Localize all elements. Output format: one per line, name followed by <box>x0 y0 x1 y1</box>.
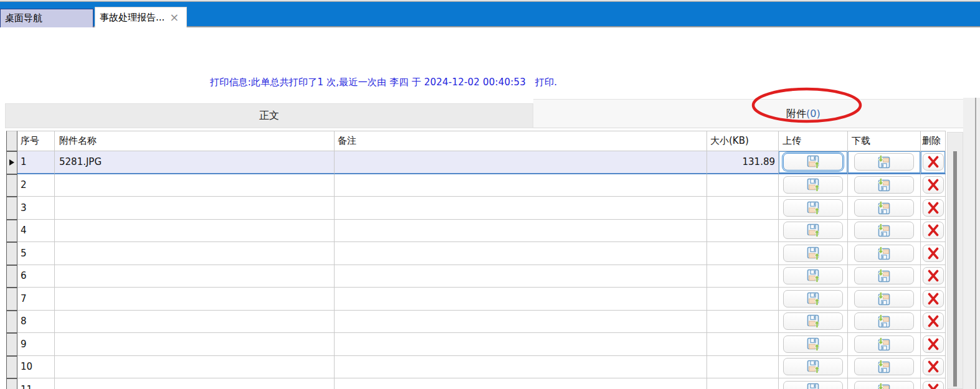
attachment-name-cell[interactable] <box>55 174 335 197</box>
size-cell[interactable] <box>707 174 779 197</box>
attachment-name-cell[interactable] <box>55 288 335 311</box>
note-cell[interactable] <box>335 378 707 389</box>
note-cell[interactable] <box>335 220 707 243</box>
note-cell[interactable] <box>335 333 707 356</box>
row-selector-cell[interactable] <box>6 220 17 243</box>
row-number-cell[interactable]: 2 <box>17 174 55 197</box>
size-cell[interactable] <box>707 265 779 288</box>
row-number-cell[interactable]: 3 <box>17 197 55 220</box>
note-cell[interactable] <box>335 311 707 334</box>
row-selector-cell[interactable] <box>6 288 17 311</box>
attachment-name-cell[interactable] <box>55 265 335 288</box>
size-cell[interactable] <box>707 220 779 243</box>
row-selector-cell[interactable] <box>6 311 17 334</box>
upload-button[interactable] <box>783 267 843 284</box>
note-cell[interactable] <box>335 242 707 265</box>
size-cell[interactable] <box>707 288 779 311</box>
upload-button[interactable] <box>783 290 843 307</box>
attachment-name-cell[interactable] <box>55 311 335 334</box>
attachment-name-cell[interactable] <box>55 220 335 243</box>
row-number-cell[interactable]: 4 <box>17 220 55 243</box>
row-number-cell[interactable]: 11 <box>17 378 55 389</box>
vertical-scrollbar[interactable] <box>947 132 963 389</box>
upload-button[interactable] <box>783 199 843 217</box>
attachment-name-cell[interactable] <box>55 197 335 220</box>
row-selector-cell[interactable] <box>6 356 17 379</box>
download-button[interactable] <box>854 222 914 239</box>
size-cell[interactable] <box>707 356 779 379</box>
download-button[interactable] <box>854 335 914 353</box>
upload-button[interactable] <box>783 312 843 330</box>
note-cell[interactable] <box>335 356 707 379</box>
row-number-cell[interactable]: 7 <box>17 288 55 311</box>
attachment-name-cell[interactable] <box>55 242 335 265</box>
tab-attachments-label[interactable]: 附件(0) <box>786 108 821 121</box>
delete-button[interactable] <box>923 153 944 171</box>
attachment-name-cell[interactable]: 5281.JPG <box>55 151 335 174</box>
delete-button[interactable] <box>923 312 944 330</box>
row-selector-cell[interactable] <box>6 333 17 356</box>
download-button[interactable] <box>854 381 914 389</box>
delete-button[interactable] <box>923 245 944 262</box>
tab-attachments[interactable] <box>533 99 977 128</box>
row-number-cell[interactable]: 10 <box>17 356 55 379</box>
note-cell[interactable] <box>335 174 707 197</box>
note-cell[interactable] <box>335 265 707 288</box>
download-button[interactable] <box>854 153 914 171</box>
download-button[interactable] <box>854 267 914 284</box>
download-button[interactable] <box>854 176 914 194</box>
size-cell[interactable] <box>707 311 779 334</box>
attachment-name-cell[interactable] <box>55 356 335 379</box>
upload-cell <box>779 242 848 265</box>
row-selector-cell[interactable] <box>6 174 17 197</box>
note-cell[interactable] <box>335 151 707 174</box>
row-number-cell[interactable]: 9 <box>17 333 55 356</box>
size-cell[interactable] <box>707 378 779 389</box>
scrollbar-thumb[interactable] <box>953 151 957 387</box>
header-no: 序号 <box>17 131 55 151</box>
tab-accident-report[interactable]: 事故处理报告... × <box>95 7 187 27</box>
delete-button[interactable] <box>923 267 944 284</box>
row-selector-cell[interactable] <box>6 197 17 220</box>
delete-cell <box>921 242 946 265</box>
download-button[interactable] <box>854 312 914 330</box>
upload-button[interactable] <box>783 176 843 194</box>
row-number-cell[interactable]: 8 <box>17 311 55 334</box>
attachment-name-cell[interactable] <box>55 333 335 356</box>
delete-button[interactable] <box>923 176 944 194</box>
download-button[interactable] <box>854 290 914 307</box>
note-cell[interactable] <box>335 288 707 311</box>
attachment-name-cell[interactable] <box>55 378 335 389</box>
note-cell[interactable] <box>335 197 707 220</box>
row-selector-cell[interactable] <box>6 378 17 389</box>
upload-button[interactable] <box>783 381 843 389</box>
download-button[interactable] <box>854 358 914 375</box>
row-selector-cell[interactable] <box>6 151 17 174</box>
upload-button[interactable] <box>783 222 843 239</box>
row-selector-cell[interactable] <box>6 265 17 288</box>
upload-button[interactable] <box>783 153 843 171</box>
delete-button[interactable] <box>923 290 944 307</box>
upload-button[interactable] <box>783 335 843 353</box>
upload-button[interactable] <box>783 358 843 375</box>
row-number-cell[interactable]: 5 <box>17 242 55 265</box>
upload-button[interactable] <box>783 245 843 262</box>
delete-button[interactable] <box>923 381 944 389</box>
row-selector-cell[interactable] <box>6 242 17 265</box>
size-cell[interactable] <box>707 242 779 265</box>
size-cell[interactable] <box>707 333 779 356</box>
close-icon[interactable]: × <box>169 12 179 23</box>
size-cell[interactable]: 131.89 <box>707 151 779 174</box>
download-button[interactable] <box>854 199 914 217</box>
size-cell[interactable] <box>707 197 779 220</box>
delete-button[interactable] <box>923 358 944 375</box>
red-x-icon <box>927 202 940 214</box>
delete-button[interactable] <box>923 222 944 239</box>
tab-main-content[interactable]: 正文 <box>5 103 533 128</box>
delete-button[interactable] <box>923 335 944 353</box>
tab-desktop-navigation[interactable]: 桌面导航 <box>0 9 93 27</box>
row-number-cell[interactable]: 6 <box>17 265 55 288</box>
download-button[interactable] <box>854 245 914 262</box>
row-number-cell[interactable]: 1 <box>17 151 55 174</box>
delete-button[interactable] <box>923 199 944 217</box>
